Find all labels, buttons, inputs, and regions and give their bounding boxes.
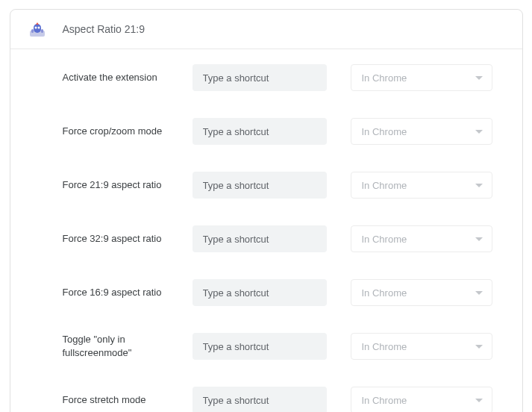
shortcuts-list: Activate the extension In Chrome Force c… bbox=[10, 49, 522, 412]
scope-select[interactable]: In Chrome bbox=[351, 333, 492, 360]
shortcut-label: Force 16:9 aspect ratio bbox=[63, 286, 193, 299]
scope-value: In Chrome bbox=[362, 126, 407, 137]
scope-value: In Chrome bbox=[362, 72, 407, 84]
scope-select[interactable]: In Chrome bbox=[351, 387, 492, 412]
shortcut-row: Force stretch mode In Chrome bbox=[63, 387, 504, 412]
chevron-down-icon bbox=[475, 130, 483, 134]
shortcut-row: Activate the extension In Chrome bbox=[63, 64, 504, 91]
svg-rect-1 bbox=[34, 24, 41, 33]
svg-point-3 bbox=[37, 27, 40, 29]
shortcut-label: Force crop/zoom mode bbox=[63, 125, 193, 138]
chevron-down-icon bbox=[475, 345, 483, 349]
svg-rect-5 bbox=[41, 29, 43, 33]
chevron-down-icon bbox=[475, 291, 483, 295]
shortcut-input[interactable] bbox=[193, 64, 327, 91]
shortcut-input[interactable] bbox=[193, 118, 327, 145]
scope-select[interactable]: In Chrome bbox=[351, 279, 492, 306]
chevron-down-icon bbox=[475, 184, 483, 187]
scope-select[interactable]: In Chrome bbox=[351, 225, 492, 252]
shortcut-input[interactable] bbox=[193, 333, 327, 360]
shortcut-row: Force crop/zoom mode In Chrome bbox=[63, 118, 504, 145]
scope-select[interactable]: In Chrome bbox=[351, 118, 492, 145]
scope-value: In Chrome bbox=[362, 287, 407, 299]
shortcut-input[interactable] bbox=[193, 279, 327, 306]
shortcut-label: Toggle "only in fullscreenmode" bbox=[63, 333, 193, 360]
shortcut-row: Force 16:9 aspect ratio In Chrome bbox=[63, 279, 504, 306]
extension-shortcuts-card: Aspect Ratio 21:9 Activate the extension… bbox=[10, 9, 523, 412]
scope-value: In Chrome bbox=[362, 234, 407, 245]
chevron-down-icon bbox=[475, 76, 483, 80]
scope-value: In Chrome bbox=[362, 395, 407, 406]
shortcut-input[interactable] bbox=[193, 387, 327, 412]
shortcut-label: Force 32:9 aspect ratio bbox=[63, 232, 193, 246]
shortcut-input[interactable] bbox=[193, 225, 327, 252]
shortcut-label: Activate the extension bbox=[63, 71, 193, 84]
scope-select[interactable]: In Chrome bbox=[351, 172, 492, 199]
extension-icon bbox=[28, 20, 46, 38]
svg-rect-4 bbox=[31, 29, 34, 33]
scope-value: In Chrome bbox=[362, 341, 407, 352]
shortcut-label: Force stretch mode bbox=[63, 393, 193, 407]
shortcut-row: Force 21:9 aspect ratio In Chrome bbox=[63, 172, 504, 199]
shortcut-label: Force 21:9 aspect ratio bbox=[63, 178, 193, 192]
shortcut-row: Toggle "only in fullscreenmode" In Chrom… bbox=[63, 333, 504, 360]
extension-title: Aspect Ratio 21:9 bbox=[63, 23, 145, 35]
svg-point-2 bbox=[34, 27, 37, 29]
chevron-down-icon bbox=[475, 399, 483, 402]
shortcut-input[interactable] bbox=[193, 172, 327, 199]
shortcut-row: Force 32:9 aspect ratio In Chrome bbox=[63, 225, 504, 252]
scope-value: In Chrome bbox=[362, 180, 407, 191]
scope-select[interactable]: In Chrome bbox=[351, 64, 492, 91]
chevron-down-icon bbox=[475, 237, 483, 241]
card-header: Aspect Ratio 21:9 bbox=[10, 10, 522, 49]
